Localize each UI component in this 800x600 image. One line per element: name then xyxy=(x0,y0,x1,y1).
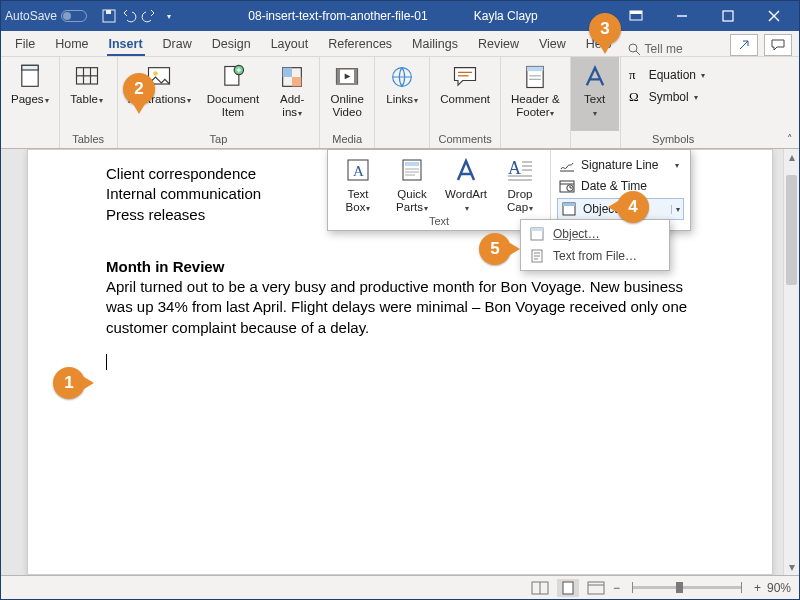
close-button[interactable] xyxy=(753,1,795,31)
callout-5: 5 xyxy=(479,233,511,265)
group-label-tables: Tables xyxy=(60,131,117,148)
scroll-thumb[interactable] xyxy=(786,175,797,285)
signature-line-button[interactable]: Signature Line ▾ xyxy=(557,156,684,174)
zoom-out-button[interactable]: − xyxy=(613,581,620,595)
tab-file[interactable]: File xyxy=(5,33,45,56)
online-video-button[interactable]: Online Video xyxy=(326,61,368,121)
scroll-up-icon[interactable]: ▴ xyxy=(784,149,799,165)
text-label: Text xyxy=(584,93,605,105)
minimize-button[interactable] xyxy=(661,1,703,31)
tab-home[interactable]: Home xyxy=(45,33,98,56)
scroll-down-icon[interactable]: ▾ xyxy=(784,559,799,575)
status-bar: − + 90% xyxy=(1,575,799,599)
wordart-button[interactable]: WordArt▾ xyxy=(444,156,488,213)
tab-view[interactable]: View xyxy=(529,33,576,56)
zoom-slider-thumb[interactable] xyxy=(676,582,683,593)
comment-button[interactable]: Comment xyxy=(436,61,494,108)
share-icon xyxy=(737,38,751,52)
web-layout-icon xyxy=(588,582,604,594)
text-from-file-icon xyxy=(529,248,545,264)
ribbon-insert: Pages▾ Table▾ Tables Illustrations▾ xyxy=(1,57,799,149)
svg-text:A: A xyxy=(508,158,521,178)
group-label-media: Media xyxy=(320,131,374,148)
svg-point-17 xyxy=(153,71,158,76)
text-box-icon: A xyxy=(344,156,372,186)
date-time-button[interactable]: Date & Time xyxy=(557,177,684,195)
tell-me-search[interactable]: Tell me xyxy=(622,42,689,56)
redo-icon[interactable] xyxy=(141,8,157,24)
comments-pane-button[interactable] xyxy=(764,34,792,56)
chevron-down-icon[interactable]: ▾ xyxy=(671,205,680,214)
callout-2: 2 xyxy=(123,73,155,105)
text-icon xyxy=(581,63,609,91)
maximize-button[interactable] xyxy=(707,1,749,31)
svg-rect-23 xyxy=(283,68,292,77)
date-time-icon xyxy=(559,178,575,194)
document-item-label: Document Item xyxy=(207,93,259,119)
collapse-ribbon-icon[interactable]: ˄ xyxy=(787,133,793,146)
tab-references[interactable]: References xyxy=(318,33,402,56)
text-box-button[interactable]: A Text Box▾ xyxy=(336,156,380,213)
qat-customize-icon[interactable]: ▾ xyxy=(161,8,177,24)
group-label-links xyxy=(375,131,429,148)
svg-rect-41 xyxy=(405,162,419,166)
group-label-text xyxy=(571,131,620,148)
ribbon-display-options-icon[interactable] xyxy=(615,1,657,31)
links-button[interactable]: Links▾ xyxy=(381,61,423,108)
link-icon xyxy=(388,63,416,91)
pages-button[interactable]: Pages▾ xyxy=(7,61,53,108)
zoom-level[interactable]: 90% xyxy=(767,581,791,595)
user-account[interactable]: Kayla Clayp xyxy=(468,9,544,23)
share-button[interactable] xyxy=(730,34,758,56)
group-label-symbols: Symbols xyxy=(621,131,726,148)
quick-parts-icon xyxy=(398,156,426,186)
autosave-toggle[interactable]: AutoSave xyxy=(5,9,87,23)
tab-draw[interactable]: Draw xyxy=(153,33,202,56)
object-menu-text-from-file-label: Text from File… xyxy=(553,249,637,263)
web-layout-button[interactable] xyxy=(585,579,607,597)
callout-4: 4 xyxy=(617,191,649,223)
vertical-scrollbar[interactable]: ▴ ▾ xyxy=(783,149,799,575)
svg-line-9 xyxy=(636,51,640,55)
object-menu-text-from-file[interactable]: Text from File… xyxy=(521,245,669,267)
table-button[interactable]: Table▾ xyxy=(66,61,108,108)
zoom-in-button[interactable]: + xyxy=(754,581,761,595)
wordart-label: WordArt xyxy=(445,188,487,200)
read-mode-button[interactable] xyxy=(529,579,551,597)
signature-line-icon xyxy=(559,157,575,173)
document-item-icon xyxy=(219,63,247,91)
add-ins-icon xyxy=(278,63,306,91)
object-small-icon xyxy=(529,226,545,242)
symbol-button[interactable]: Ω Symbol▾ xyxy=(627,87,700,107)
tab-insert[interactable]: Insert xyxy=(99,33,153,56)
drop-cap-button[interactable]: A Drop Cap▾ xyxy=(498,156,542,213)
group-label-tap: Tap xyxy=(118,131,320,148)
pages-label: Pages xyxy=(11,93,44,105)
svg-rect-61 xyxy=(531,228,543,231)
group-label-hf xyxy=(501,131,570,148)
table-label: Table xyxy=(70,93,98,105)
save-icon[interactable] xyxy=(101,8,117,24)
svg-text:Ω: Ω xyxy=(629,89,639,104)
svg-rect-69 xyxy=(588,582,604,594)
zoom-slider[interactable] xyxy=(632,586,742,589)
title-bar: AutoSave ▾ 08-insert-text-from-another-f… xyxy=(1,1,799,31)
text-panel-group-label: Text xyxy=(328,213,550,230)
add-ins-button[interactable]: Add- ins▾ xyxy=(271,61,313,121)
svg-rect-3 xyxy=(630,11,642,14)
quick-parts-button[interactable]: Quick Parts▾ xyxy=(390,156,434,213)
undo-icon[interactable] xyxy=(121,8,137,24)
tab-design[interactable]: Design xyxy=(202,33,261,56)
object-menu-object[interactable]: Object… xyxy=(521,223,669,245)
tab-review[interactable]: Review xyxy=(468,33,529,56)
svg-rect-68 xyxy=(563,582,573,594)
tab-layout[interactable]: Layout xyxy=(261,33,319,56)
header-footer-button[interactable]: Header & Footer▾ xyxy=(507,61,564,121)
print-layout-button[interactable] xyxy=(557,579,579,597)
text-button[interactable]: Text▾ xyxy=(571,57,619,131)
tab-mailings[interactable]: Mailings xyxy=(402,33,468,56)
online-video-label: Online Video xyxy=(331,93,364,119)
document-item-button[interactable]: Document Item xyxy=(203,61,263,121)
equation-label: Equation xyxy=(649,68,696,82)
equation-button[interactable]: π Equation▾ xyxy=(627,65,707,85)
